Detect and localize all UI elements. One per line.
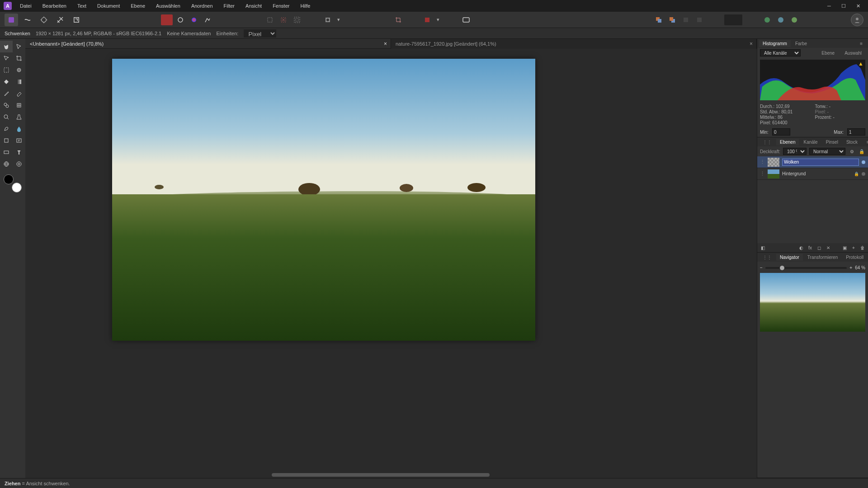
- tool-blur[interactable]: [13, 123, 25, 135]
- tab-ebenen[interactable]: Ebenen: [776, 139, 799, 145]
- tool-shape[interactable]: [0, 135, 13, 146]
- zoom-in-button[interactable]: +: [849, 265, 852, 270]
- gear-icon[interactable]: ⚙: [848, 148, 855, 155]
- tool-view[interactable]: [0, 52, 13, 64]
- tab-navigator[interactable]: Navigator: [776, 254, 803, 261]
- layer-name-input[interactable]: [782, 159, 859, 166]
- tab-stock[interactable]: Stock: [843, 139, 861, 145]
- tb-preview-button[interactable]: [460, 14, 472, 25]
- menu-bearbeiten[interactable]: Bearbeiten: [41, 2, 68, 9]
- persona-photo[interactable]: [5, 14, 18, 26]
- tb-sel-all-button[interactable]: [291, 14, 303, 25]
- layer-visibility-icon[interactable]: ⋮: [760, 171, 765, 177]
- menu-auswaehlen[interactable]: Auswählen: [154, 2, 182, 9]
- tb-arrange-b-button[interactable]: [693, 14, 705, 25]
- tool-erase[interactable]: [13, 88, 25, 99]
- tool-hand[interactable]: [0, 41, 13, 52]
- background-color-icon[interactable]: [12, 183, 22, 192]
- layer-visibility-icon[interactable]: ⋮: [760, 159, 765, 165]
- tb-arrange-front-button[interactable]: [666, 14, 678, 25]
- group-icon[interactable]: ▣: [841, 244, 848, 251]
- tool-text-frame[interactable]: [13, 135, 25, 146]
- context-units-select[interactable]: Pixel: [244, 29, 276, 38]
- blend-mode-select[interactable]: Normal: [809, 148, 845, 155]
- tb-snap-button[interactable]: [421, 14, 433, 25]
- tab-pinsel[interactable]: Pinsel: [822, 139, 842, 145]
- layer-check-icon[interactable]: [862, 160, 865, 164]
- tool-gradient[interactable]: [13, 76, 25, 88]
- mask-from-below-icon[interactable]: ◧: [759, 244, 766, 251]
- document-tab-1[interactable]: <Unbenannt> [Geändert] (70,8%) ×: [25, 39, 391, 49]
- tab-transformieren[interactable]: Transformieren: [804, 254, 841, 261]
- horizontal-scrollbar[interactable]: [25, 472, 750, 478]
- tool-rect[interactable]: [0, 146, 13, 158]
- tb-arrange-back-button[interactable]: [653, 14, 665, 25]
- panel-drag-icon[interactable]: ⋮⋮: [759, 139, 775, 145]
- foreground-color-icon[interactable]: [4, 174, 14, 184]
- tb-add-layer-button[interactable]: [761, 14, 773, 25]
- histogram-mode-ebene[interactable]: Ebene: [818, 50, 838, 56]
- histogram-min-input[interactable]: [772, 128, 790, 136]
- menu-anordnen[interactable]: Anordnen: [189, 2, 215, 9]
- persona-tone-map[interactable]: [53, 14, 67, 26]
- tb-quickmask-dropdown[interactable]: ▾: [335, 14, 342, 25]
- tb-sel-rect-button[interactable]: [264, 14, 276, 25]
- account-avatar[interactable]: [851, 14, 863, 26]
- close-icon[interactable]: ×: [384, 41, 387, 47]
- opacity-select[interactable]: 100 %: [783, 148, 807, 155]
- tool-zoom[interactable]: [0, 111, 13, 123]
- minimize-button[interactable]: ─: [823, 1, 835, 10]
- mask-icon[interactable]: ◻: [816, 244, 823, 251]
- document-tab-2[interactable]: nature-7595617_1920.jpg [Geändert] (64,1…: [391, 39, 757, 49]
- persona-develop[interactable]: [37, 14, 51, 26]
- layer-row[interactable]: ⋮ Hintergrund 🔒: [757, 168, 868, 180]
- tool-select-rect[interactable]: [0, 64, 13, 76]
- zoom-slider[interactable]: [765, 267, 847, 269]
- panel-menu-icon[interactable]: ≡: [856, 40, 866, 47]
- tool-brush[interactable]: [0, 88, 13, 99]
- tool-crop[interactable]: [13, 52, 25, 64]
- crop-to-icon[interactable]: ✕: [825, 244, 832, 251]
- tool-dodge[interactable]: [13, 111, 25, 123]
- tool-flood[interactable]: [0, 76, 13, 88]
- histogram-channel-select[interactable]: Alle Kanäle: [760, 49, 801, 56]
- menu-fenster[interactable]: Fenster: [271, 2, 291, 9]
- tool-move[interactable]: [13, 41, 25, 52]
- lock-layers-icon[interactable]: 🔒: [858, 148, 865, 155]
- menu-text[interactable]: Text: [75, 2, 88, 9]
- persona-export[interactable]: [70, 14, 83, 26]
- layer-row[interactable]: ⋮: [757, 156, 868, 168]
- tb-crop-button[interactable]: [392, 14, 404, 25]
- histogram-max-input[interactable]: [847, 128, 865, 136]
- color-swatches[interactable]: [4, 174, 22, 192]
- tab-histogram[interactable]: Histogramm: [759, 40, 791, 47]
- tb-record-button[interactable]: [161, 14, 173, 25]
- panel-drag-icon[interactable]: ⋮⋮: [759, 254, 775, 261]
- tb-color-button[interactable]: [188, 14, 200, 25]
- menu-ebene[interactable]: Ebene: [129, 2, 147, 9]
- tab-farbe[interactable]: Farbe: [792, 40, 811, 47]
- zoom-out-button[interactable]: −: [760, 265, 763, 270]
- tool-mesh[interactable]: [0, 158, 13, 170]
- close-window-button[interactable]: ✕: [852, 1, 864, 10]
- tool-text[interactable]: [13, 146, 25, 158]
- tool-select-brush[interactable]: [13, 64, 25, 76]
- tool-target[interactable]: [13, 158, 25, 170]
- tb-quickmask-button[interactable]: [322, 14, 334, 25]
- tb-snap-dropdown[interactable]: ▾: [435, 14, 441, 25]
- layer-check-icon[interactable]: [862, 172, 865, 176]
- adjustment-icon[interactable]: ◐: [797, 244, 805, 251]
- add-layer-icon[interactable]: +: [850, 244, 857, 251]
- canvas-viewport[interactable]: [25, 49, 757, 478]
- tab-kanaele[interactable]: Kanäle: [800, 139, 821, 145]
- persona-liquify[interactable]: [21, 14, 34, 26]
- fx-icon[interactable]: fx: [807, 244, 814, 251]
- panel-menu-icon[interactable]: ≡: [863, 139, 868, 145]
- navigator-preview[interactable]: [760, 273, 865, 332]
- tb-assets-button[interactable]: [724, 14, 742, 25]
- menu-dokument[interactable]: Dokument: [95, 2, 122, 9]
- histogram-mode-auswahl[interactable]: Auswahl: [841, 50, 865, 56]
- tb-sample-button[interactable]: [175, 14, 186, 25]
- close-icon[interactable]: ×: [750, 41, 753, 47]
- menu-filter[interactable]: Filter: [222, 2, 236, 9]
